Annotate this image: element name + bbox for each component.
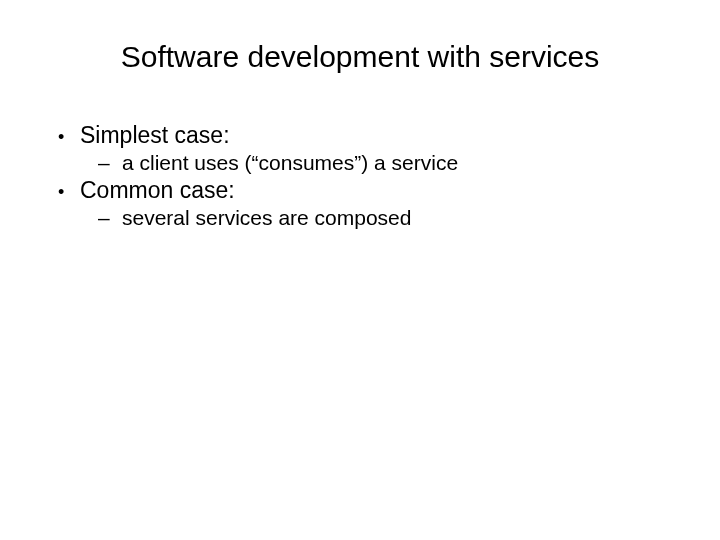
slide-title: Software development with services — [40, 40, 680, 74]
list-item-text: Common case: — [80, 177, 680, 204]
bullet-icon — [54, 122, 80, 149]
list-item: Common case: — [54, 177, 680, 204]
dash-icon — [98, 151, 122, 175]
list-item: Simplest case: — [54, 122, 680, 149]
list-sub-item-text: several services are composed — [122, 206, 680, 230]
list-sub-item: a client uses (“consumes”) a service — [54, 151, 680, 175]
list-sub-item-text: a client uses (“consumes”) a service — [122, 151, 680, 175]
list-sub-item: several services are composed — [54, 206, 680, 230]
slide-content: Simplest case: a client uses (“consumes”… — [40, 122, 680, 230]
list-item-text: Simplest case: — [80, 122, 680, 149]
bullet-icon — [54, 177, 80, 204]
dash-icon — [98, 206, 122, 230]
